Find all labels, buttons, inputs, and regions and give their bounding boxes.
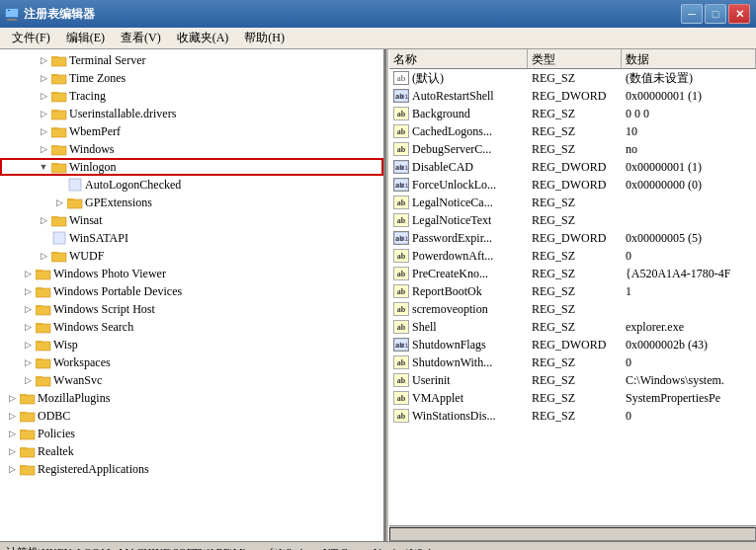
- expand-icon[interactable]: ▷: [36, 248, 51, 264]
- table-row[interactable]: abLegalNoticeTextREG_SZ: [389, 211, 756, 229]
- table-row[interactable]: ab01ForceUnlockLo...REG_DWORD0x00000000 …: [389, 176, 756, 194]
- tree-item-windowsportabledevices[interactable]: ▷Windows Portable Devices: [0, 282, 383, 300]
- col-header-name[interactable]: 名称: [389, 49, 528, 68]
- tree-item-mozillaplugins[interactable]: ▷MozillaPlugins: [0, 389, 383, 407]
- cell-type: REG_SZ: [528, 355, 622, 370]
- table-row[interactable]: abscremoveoptionREG_SZ: [389, 300, 756, 318]
- tree-item-wbemperf[interactable]: ▷WbemPerf: [0, 122, 383, 140]
- table-row[interactable]: ab01DisableCADREG_DWORD0x00000001 (1): [389, 158, 756, 176]
- tree-item-timezones[interactable]: ▷Time Zones: [0, 69, 383, 87]
- table-row[interactable]: abShutdownWith...REG_SZ0: [389, 354, 756, 371]
- tree-item-realtek[interactable]: ▷Realtek: [0, 442, 383, 460]
- expand-icon[interactable]: ▷: [4, 426, 20, 441]
- tree-item-policies[interactable]: ▷Policies: [0, 425, 383, 442]
- tree-item-windowsscripthost[interactable]: ▷Windows Script Host: [0, 300, 383, 318]
- table-row[interactable]: abVMAppletREG_SZSystemPropertiesPe: [389, 389, 756, 407]
- table-row[interactable]: abLegalNoticeCa...REG_SZ: [389, 194, 756, 211]
- folder-icon: [36, 320, 51, 334]
- tree-item-label: ODBC: [36, 409, 70, 424]
- expand-icon[interactable]: ▷: [36, 70, 51, 86]
- tree-item-winsat[interactable]: ▷Winsat: [0, 211, 383, 229]
- horizontal-scrollbar[interactable]: [389, 525, 756, 541]
- close-button[interactable]: ✕: [728, 4, 750, 24]
- menu-favorites[interactable]: 收藏夹(A): [169, 28, 237, 48]
- tree-item-terminalserver[interactable]: ▷Terminal Server: [0, 51, 383, 69]
- table-row[interactable]: abWinStationsDis...REG_SZ0: [389, 407, 756, 425]
- tree-item-windowssearch[interactable]: ▷Windows Search: [0, 318, 383, 336]
- cell-type: REG_SZ: [528, 142, 622, 157]
- expand-icon[interactable]: ▷: [20, 266, 36, 281]
- maximize-button[interactable]: □: [705, 4, 726, 24]
- expand-icon[interactable]: ▷: [20, 319, 36, 335]
- tree-item-winlogon[interactable]: ▼Winlogon: [0, 158, 383, 176]
- tree-item-windows[interactable]: ▷Windows: [0, 140, 383, 158]
- cell-name: ab01AutoRestartShell: [389, 89, 528, 104]
- table-row[interactable]: abDebugServerC...REG_SZno: [389, 140, 756, 158]
- expand-icon[interactable]: ▷: [20, 372, 36, 388]
- expand-icon[interactable]: ▷: [20, 301, 36, 317]
- table-row[interactable]: abPowerdownAft...REG_SZ0: [389, 247, 756, 265]
- expand-icon[interactable]: ▷: [36, 88, 51, 104]
- tree-item-label: Policies: [36, 427, 75, 441]
- tree-item-winsatapi[interactable]: WinSATAPI: [0, 229, 383, 247]
- expand-icon[interactable]: ▷: [51, 195, 67, 210]
- tree-item-userinstallable[interactable]: ▷Userinstallable.drivers: [0, 105, 383, 122]
- table-row[interactable]: abUserinitREG_SZC:\Windows\system.: [389, 371, 756, 389]
- tree-item-workspaces[interactable]: ▷Workspaces: [0, 354, 383, 371]
- tree-item-wudf[interactable]: ▷WUDF: [0, 247, 383, 265]
- tree-item-label: Terminal Server: [67, 53, 145, 68]
- expand-icon[interactable]: ▷: [20, 337, 36, 353]
- table-row[interactable]: abShellREG_SZexplorer.exe: [389, 318, 756, 336]
- folder-icon: [20, 409, 36, 423]
- tree-scroll[interactable]: ▷Terminal Server▷Time Zones▷Tracing▷User…: [0, 49, 383, 541]
- tree-item-wwansvc[interactable]: ▷WwanSvc: [0, 371, 383, 389]
- expand-icon[interactable]: ▷: [4, 390, 20, 406]
- expand-icon[interactable]: [36, 230, 51, 246]
- cell-data: 0x0000002b (43): [622, 338, 756, 353]
- menu-edit[interactable]: 编辑(E): [58, 28, 113, 48]
- tree-item-autologonchecked[interactable]: AutoLogonChecked: [0, 176, 383, 194]
- expand-icon[interactable]: [51, 177, 67, 193]
- expand-icon[interactable]: ▷: [20, 283, 36, 299]
- expand-icon[interactable]: ▷: [20, 354, 36, 370]
- tree-item-label: Userinstallable.drivers: [67, 107, 176, 121]
- table-row[interactable]: abReportBootOkREG_SZ1: [389, 282, 756, 300]
- reg-value-icon: ab: [393, 213, 409, 227]
- menu-view[interactable]: 查看(V): [113, 28, 169, 48]
- tree-item-registeredapplications[interactable]: ▷RegisteredApplications: [0, 460, 383, 478]
- expand-icon[interactable]: ▷: [4, 408, 20, 424]
- expand-icon[interactable]: ▷: [36, 212, 51, 228]
- table-row[interactable]: ab01ShutdownFlagsREG_DWORD0x0000002b (43…: [389, 336, 756, 354]
- expand-icon[interactable]: ▷: [4, 443, 20, 459]
- tree-item-gpextensions[interactable]: ▷GPExtensions: [0, 194, 383, 211]
- tree-item-label: Wisp: [51, 338, 78, 353]
- reg-value-icon: ab01: [393, 338, 409, 352]
- collapse-icon[interactable]: ▼: [36, 159, 51, 175]
- menu-file[interactable]: 文件(F): [4, 28, 58, 48]
- col-header-type[interactable]: 类型: [528, 49, 622, 68]
- tree-item-windowsphotoviewer[interactable]: ▷Windows Photo Viewer: [0, 265, 383, 282]
- expand-icon[interactable]: ▷: [4, 461, 20, 477]
- folder-icon: [20, 427, 36, 440]
- tree-item-tracing[interactable]: ▷Tracing: [0, 87, 383, 105]
- reg-value-icon: ab: [393, 71, 409, 85]
- table-row[interactable]: ab(默认)REG_SZ(数值未设置): [389, 69, 756, 87]
- minimize-button[interactable]: ─: [681, 4, 703, 24]
- table-row[interactable]: ab01AutoRestartShellREG_DWORD0x00000001 …: [389, 87, 756, 105]
- expand-icon[interactable]: ▷: [36, 52, 51, 68]
- tree-item-odbc[interactable]: ▷ODBC: [0, 407, 383, 425]
- menu-help[interactable]: 帮助(H): [236, 28, 293, 48]
- table-row[interactable]: abPreCreateKno...REG_SZ{A520A1A4-1780-4F: [389, 265, 756, 282]
- table-content[interactable]: ab(默认)REG_SZ(数值未设置)ab01AutoRestartShellR…: [389, 69, 756, 525]
- expand-icon[interactable]: ▷: [36, 123, 51, 139]
- table-row[interactable]: abBackgroundREG_SZ0 0 0: [389, 105, 756, 122]
- expand-icon[interactable]: ▷: [36, 141, 51, 157]
- col-header-data[interactable]: 数据: [622, 49, 756, 68]
- tree-item-wisp[interactable]: ▷Wisp: [0, 336, 383, 354]
- cell-name-text: PreCreateKno...: [412, 267, 488, 281]
- cell-type: REG_SZ: [528, 373, 622, 388]
- svg-rect-44: [36, 306, 50, 315]
- table-row[interactable]: ab01PasswordExpir...REG_DWORD0x00000005 …: [389, 229, 756, 247]
- table-row[interactable]: abCachedLogons...REG_SZ10: [389, 122, 756, 140]
- expand-icon[interactable]: ▷: [36, 106, 51, 121]
